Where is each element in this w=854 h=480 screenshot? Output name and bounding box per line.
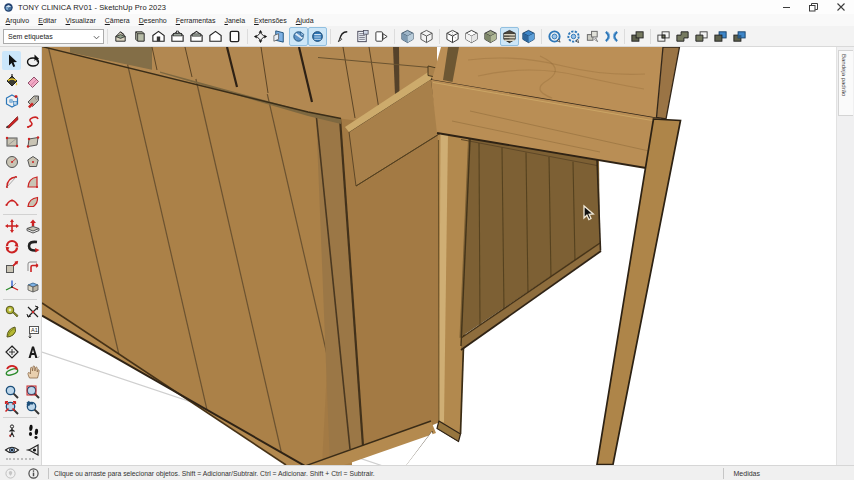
offset-tool-button[interactable] xyxy=(23,257,42,276)
arc3-tool-button[interactable] xyxy=(2,192,21,211)
menu-visualizar[interactable]: Visualizar xyxy=(61,17,100,24)
tag-filter-combobox[interactable]: Sem etiquetas xyxy=(3,29,104,44)
view-back-icon xyxy=(189,29,204,44)
ext-orbit-tool-button[interactable] xyxy=(545,27,564,46)
section-eye-button[interactable] xyxy=(23,440,42,459)
solid-split-button[interactable] xyxy=(730,27,749,46)
rotate-tool-button[interactable] xyxy=(2,236,21,255)
toolbar-separator xyxy=(624,29,625,44)
circle-tool-button[interactable] xyxy=(2,152,21,171)
tape-measure-button[interactable] xyxy=(2,302,21,321)
freehand-tool-button[interactable] xyxy=(23,112,42,131)
model-viewport[interactable] xyxy=(42,47,836,465)
menu-editar[interactable]: Editar xyxy=(34,17,61,24)
make-component-button[interactable] xyxy=(2,91,21,110)
section-plane-button[interactable] xyxy=(270,27,289,46)
menu-arquivo[interactable]: Arquivo xyxy=(1,17,34,24)
credits-status-icon[interactable] xyxy=(28,468,39,479)
solid-subtract-button[interactable] xyxy=(692,27,711,46)
solid-intersect-button[interactable] xyxy=(654,27,673,46)
followme-tool-button[interactable] xyxy=(23,236,42,255)
view-back-button[interactable] xyxy=(187,27,206,46)
axes-tool-button[interactable] xyxy=(2,277,21,296)
view-top-box-button[interactable] xyxy=(130,27,149,46)
select-tool-button[interactable] xyxy=(2,51,21,70)
style-monochrome-button[interactable] xyxy=(519,27,538,46)
style-backedges-button[interactable] xyxy=(443,27,462,46)
measurements-input[interactable] xyxy=(765,468,851,479)
ext-flip-icon xyxy=(604,29,619,44)
solid-outershell-button[interactable] xyxy=(628,27,647,46)
solid-union-button[interactable] xyxy=(673,27,692,46)
texture-box-button[interactable] xyxy=(23,277,42,296)
menu-extensoes[interactable]: Extensões xyxy=(250,17,292,24)
geolocation-status-icon[interactable] xyxy=(5,468,16,479)
generate-report-button[interactable] xyxy=(334,27,353,46)
toolbar-group-section xyxy=(251,27,327,46)
zoom-extents-button[interactable] xyxy=(2,398,21,417)
view-right-button[interactable] xyxy=(168,27,187,46)
minimize-button[interactable] xyxy=(773,0,800,14)
report-sheet-button[interactable] xyxy=(353,27,372,46)
move-tool-button[interactable] xyxy=(2,216,21,235)
view-iso-button[interactable] xyxy=(111,27,130,46)
palette-grip[interactable] xyxy=(6,458,34,460)
text-tool-button[interactable]: A1 xyxy=(23,322,42,341)
menu-janela[interactable]: Janela xyxy=(220,17,250,24)
ext-gear-tool-button[interactable] xyxy=(564,27,583,46)
section-cuts-button[interactable] xyxy=(289,27,308,46)
palette-row xyxy=(0,91,42,111)
arc-tool-button[interactable] xyxy=(2,172,21,191)
circle-tool-icon xyxy=(4,154,20,170)
ext-cubes-button[interactable] xyxy=(583,27,602,46)
status-hint: Clique ou arraste para selecionar objeto… xyxy=(54,470,375,477)
menu-ferramentas[interactable]: Ferramentas xyxy=(171,17,220,24)
solid-trim-button[interactable] xyxy=(711,27,730,46)
rotated-rectangle-button[interactable] xyxy=(23,132,42,151)
polygon-tool-button[interactable] xyxy=(23,152,42,171)
eraser-tool-button[interactable] xyxy=(23,71,42,90)
pushpull-tool-button[interactable] xyxy=(23,216,42,235)
look-around-button[interactable] xyxy=(2,440,21,459)
orbit-tool-button[interactable] xyxy=(2,362,21,381)
polygon-tool-icon xyxy=(25,154,41,170)
zoom-previous-button[interactable] xyxy=(23,398,42,417)
paint-bucket-icon xyxy=(4,73,20,89)
style-textured-button[interactable] xyxy=(500,27,519,46)
view-plan-button[interactable] xyxy=(225,27,244,46)
style-hiddenline-button[interactable] xyxy=(462,27,481,46)
arc-filled-button[interactable] xyxy=(23,192,42,211)
scale-tool-button[interactable] xyxy=(2,257,21,276)
svg-text:A1: A1 xyxy=(31,327,38,333)
export-play-button[interactable] xyxy=(372,27,391,46)
menu-ajuda[interactable]: Ajuda xyxy=(291,17,318,24)
default-tray-tab[interactable]: Bandeja padrão xyxy=(838,50,853,116)
ext-flip-button[interactable] xyxy=(602,27,621,46)
text3d-tool-button[interactable] xyxy=(23,342,42,361)
walk-tool-button[interactable] xyxy=(23,421,42,440)
view-front-button[interactable] xyxy=(149,27,168,46)
view-left-button[interactable] xyxy=(206,27,225,46)
axes-diamond-button[interactable] xyxy=(2,342,21,361)
position-camera-button[interactable] xyxy=(2,421,21,440)
style-shaded-button[interactable] xyxy=(481,27,500,46)
protractor-tool-icon xyxy=(25,304,41,320)
line-tool-button[interactable] xyxy=(2,112,21,131)
paint-bucket-button[interactable] xyxy=(2,71,21,90)
pan-tool-button[interactable] xyxy=(23,362,42,381)
section-fill-button[interactable] xyxy=(308,27,327,46)
zoom-extents-arrows-button[interactable] xyxy=(251,27,270,46)
menu-camera[interactable]: Câmera xyxy=(100,17,134,24)
lasso-tool-button[interactable] xyxy=(23,51,42,70)
dimension-tool-button[interactable] xyxy=(2,322,21,341)
export-play-icon xyxy=(374,29,389,44)
close-button[interactable] xyxy=(827,0,854,14)
menu-desenho[interactable]: Desenho xyxy=(134,17,171,24)
style-wireframe-button[interactable] xyxy=(417,27,436,46)
style-xray-button[interactable] xyxy=(398,27,417,46)
protractor-tool-button[interactable] xyxy=(23,302,42,321)
restore-button[interactable] xyxy=(800,0,827,14)
tag-tool-button[interactable] xyxy=(23,91,42,110)
rectangle-tool-button[interactable] xyxy=(2,132,21,151)
pie-tool-button[interactable] xyxy=(23,172,42,191)
